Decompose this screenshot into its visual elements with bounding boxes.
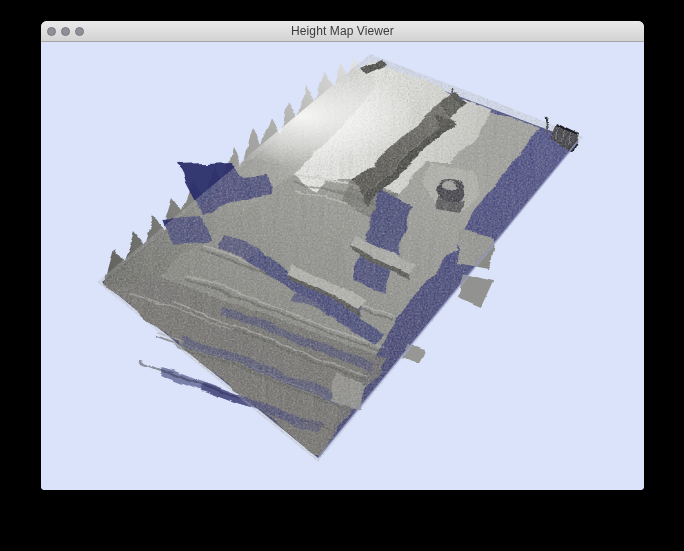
zoom-button[interactable]: [75, 27, 84, 36]
sun-highlight: [191, 66, 415, 166]
window-title: Height Map Viewer: [41, 21, 644, 41]
heightmap-viewport[interactable]: [41, 42, 644, 490]
window-controls: [47, 21, 84, 41]
title-bar[interactable]: Height Map Viewer: [41, 21, 644, 42]
texture-overlays: [81, 42, 601, 482]
app-window: Height Map Viewer: [41, 21, 644, 490]
heightmap-render: [41, 42, 644, 490]
minimize-button[interactable]: [61, 27, 70, 36]
close-button[interactable]: [47, 27, 56, 36]
desktop-background: Height Map Viewer: [0, 0, 684, 551]
